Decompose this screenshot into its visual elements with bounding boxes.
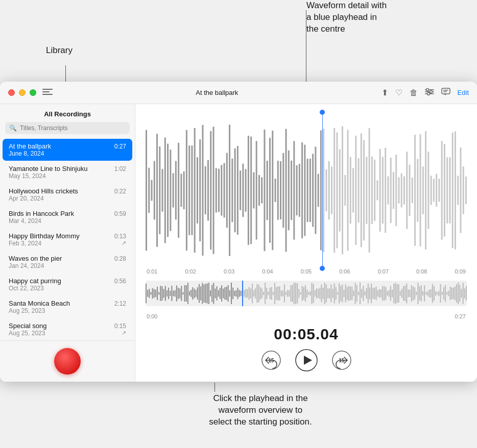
recording-name: Birds in Hancock Park [9, 210, 74, 217]
svg-marker-13 [304, 356, 312, 365]
svg-point-3 [426, 88, 428, 91]
search-box[interactable]: 🔍 [5, 122, 130, 134]
play-icon [295, 349, 318, 371]
transcript-icon[interactable] [441, 88, 450, 98]
recording-date: Mar 4, 2024 [9, 217, 41, 225]
svg-rect-9 [443, 91, 447, 92]
waveform-main-container[interactable] [146, 112, 467, 262]
recording-date: Jan 24, 2024 [9, 262, 44, 269]
forward-icon: 15 [332, 351, 351, 370]
recording-duration: 2:12 [114, 300, 126, 307]
time-label: 0:08 [416, 268, 427, 275]
recording-item[interactable]: Special song0:15Aug 25, 2023↗ [3, 318, 132, 340]
recording-duration: 0:59 [114, 210, 126, 217]
traffic-lights [8, 89, 36, 96]
recording-item[interactable]: Hollywood Hills crickets0:22Apr 20, 2024 [3, 184, 132, 206]
edit-button[interactable]: Edit [458, 89, 469, 96]
toolbar-actions: ⬆ ♡ 🗑 E [381, 88, 469, 98]
toggle-line-3 [42, 94, 53, 95]
waveform-line-v [306, 10, 306, 83]
trash-icon[interactable]: 🗑 [410, 88, 418, 97]
toggle-line-1 [42, 89, 53, 90]
search-input[interactable] [20, 125, 126, 132]
time-label: 0:01 [147, 268, 157, 275]
recording-item[interactable]: Birds in Hancock Park0:59Mar 4, 2024 [3, 206, 132, 228]
recording-date: Aug 25, 2023 [9, 307, 45, 314]
heart-icon[interactable]: ♡ [395, 88, 402, 97]
library-line-v [65, 65, 66, 82]
recording-date: Oct 22, 2023 [9, 285, 44, 292]
recording-item[interactable]: Santa Monica Beach2:12Aug 25, 2023 [3, 296, 132, 318]
time-label: 0:03 [224, 268, 234, 275]
time-label: 0:06 [339, 268, 350, 275]
recording-name: Waves on the pier [9, 255, 62, 262]
recording-duration: 0:56 [114, 278, 126, 285]
overview-time-axis: 0:00 0:27 [146, 312, 467, 319]
window-title: At the ballpark [53, 89, 381, 96]
shared-icon: ↗ [122, 240, 126, 247]
overview-time-start: 0:00 [147, 313, 157, 319]
recording-item[interactable]: Happy cat purring0:56Oct 22, 2023 [3, 273, 132, 295]
recording-item[interactable]: Waves on the pier0:28Jan 24, 2024 [3, 251, 132, 273]
recording-name: Happy cat purring [9, 277, 61, 285]
recording-name: Special song [9, 322, 46, 330]
close-button[interactable] [8, 89, 15, 96]
equalizer-icon[interactable] [425, 88, 434, 97]
waveform-overview-container[interactable] [146, 281, 467, 306]
waveform-area: 0:010:020:030:040:050:060:070:080:09 0:0… [135, 104, 477, 382]
play-button[interactable] [295, 349, 318, 371]
record-button[interactable] [54, 348, 81, 375]
main-content: All Recordings 🔍 At the ballpark0:27June… [0, 104, 477, 382]
rewind-icon: 15 [261, 351, 281, 370]
svg-rect-8 [443, 90, 448, 91]
library-annotation: Library [46, 45, 73, 57]
record-btn-area [0, 340, 135, 382]
recording-item[interactable]: Happy Birthday Mommy0:13Feb 3, 2024↗ [3, 229, 132, 251]
recording-duration: 0:13 [114, 233, 126, 240]
recording-date: Feb 3, 2024 [9, 240, 41, 247]
time-label: 0:09 [455, 268, 466, 275]
toggle-line-2 [42, 91, 50, 92]
overview-time-end: 0:27 [455, 313, 466, 319]
recording-duration: 0:28 [114, 255, 126, 262]
title-bar: At the ballpark ⬆ ♡ 🗑 [0, 82, 477, 104]
minimize-button[interactable] [19, 89, 26, 96]
overview-canvas [146, 281, 467, 306]
recording-name: Hollywood Hills crickets [9, 187, 78, 195]
recording-duration: 1:02 [114, 165, 126, 172]
recording-date: May 15, 2024 [9, 172, 46, 180]
time-label: 0:05 [301, 268, 312, 275]
maximize-button[interactable] [30, 89, 36, 96]
time-label: 0:07 [378, 268, 389, 275]
recording-duration: 0:15 [114, 322, 126, 330]
svg-point-4 [430, 90, 432, 93]
sidebar-toggle-button[interactable] [42, 89, 53, 97]
recording-name: At the ballpark [9, 142, 51, 150]
playback-controls: 15 15 [146, 349, 467, 371]
recordings-list: At the ballpark0:27June 8, 2024Yamanote … [0, 138, 135, 340]
waveform-label: Waveform detail witha blue playhead inth… [306, 1, 387, 34]
search-icon: 🔍 [9, 125, 17, 132]
time-display: 00:05.04 [146, 326, 467, 343]
shared-icon: ↗ [122, 330, 126, 337]
waveform-annotation: Waveform detail witha blue playhead inth… [306, 0, 449, 35]
share-icon[interactable]: ⬆ [381, 88, 388, 97]
recording-duration: 0:22 [114, 188, 126, 195]
recording-item[interactable]: At the ballpark0:27June 8, 2024 [3, 139, 132, 161]
click-annotation: Click the playhead in thewaveform overvi… [192, 393, 329, 428]
rewind-button[interactable]: 15 [261, 351, 281, 370]
click-line-v [214, 383, 215, 392]
recording-date: June 8, 2024 [9, 150, 44, 157]
svg-point-5 [427, 92, 430, 95]
time-axis: 0:010:020:030:040:050:060:070:080:09 [146, 268, 467, 275]
svg-rect-6 [442, 88, 450, 94]
time-label: 0:04 [262, 268, 273, 275]
recording-name: Yamanote Line to Shinjuku [9, 165, 87, 172]
sidebar: All Recordings 🔍 At the ballpark0:27June… [0, 104, 135, 382]
app-window: At the ballpark ⬆ ♡ 🗑 [0, 82, 477, 382]
recording-item[interactable]: Yamanote Line to Shinjuku1:02May 15, 202… [3, 161, 132, 183]
waveform-canvas [146, 112, 467, 268]
click-label: Click the playhead in thewaveform overvi… [209, 393, 312, 427]
recording-name: Santa Monica Beach [9, 300, 70, 307]
forward-button[interactable]: 15 [332, 351, 351, 370]
